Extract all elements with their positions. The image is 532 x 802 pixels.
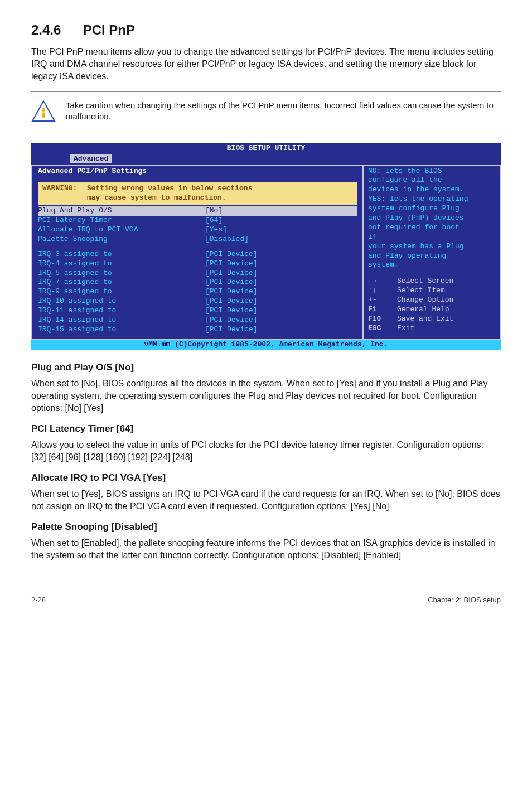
help-line: if (368, 233, 495, 242)
intro-paragraph: The PCI PnP menu items allow you to chan… (31, 46, 501, 83)
bios-row-label: Plug And Play O/S (38, 206, 205, 216)
legend-key: F10 (368, 315, 389, 324)
sub-paragraph: When set to [Enabled], the pallete snoop… (31, 537, 501, 562)
bios-left-panel: Advanced PCI/PnP Settings WARNING: Setti… (31, 166, 364, 339)
subheading: Palette Snooping [Disabled] (31, 521, 501, 533)
legend-key: F1 (368, 305, 389, 315)
subheading: Allocate IRQ to PCI VGA [Yes] (31, 472, 501, 484)
bios-key-legend: ←→Select Screen ↑↓Select Item +-Change O… (368, 277, 495, 333)
bios-footer: vMM.mm (C)Copyright 1985-2002, American … (31, 340, 501, 350)
bios-row-label: IRQ-11 assigned to (38, 306, 205, 316)
bios-row-value: [PCI Device] (205, 287, 357, 297)
bios-row-label: Allocate IRQ to PCI VGA (38, 225, 205, 235)
help-line: system. (368, 260, 495, 270)
bios-row-label: IRQ-7 assigned to (38, 278, 205, 287)
page-number: 2-28 (31, 596, 46, 604)
bios-title-text: BIOS SETUP UTILITY (227, 144, 305, 152)
bios-row-label: IRQ-15 assigned to (38, 325, 205, 335)
bios-help-text: NO: lets the BIOS configure all the devi… (368, 167, 495, 270)
svg-point-1 (42, 108, 45, 112)
bios-warning-line1: Setting wrong values in below sections (87, 184, 252, 194)
bios-right-panel: NO: lets the BIOS configure all the devi… (364, 166, 501, 339)
bios-screenshot: BIOS SETUP UTILITY Advanced Advanced PCI… (31, 143, 501, 350)
legend-label: General Help (397, 305, 449, 315)
bios-row-label: IRQ-4 assigned to (38, 259, 205, 269)
bios-row-value: [PCI Device] (205, 297, 357, 306)
section-title: PCI PnP (83, 22, 135, 37)
help-line: not required for boot (368, 223, 495, 233)
bios-warning-label: WARNING: (42, 184, 87, 194)
bios-titlebar: BIOS SETUP UTILITY (31, 143, 501, 154)
subheading: Plug and Play O/S [No] (31, 362, 501, 373)
legend-label: Save and Exit (397, 315, 453, 324)
caution-text: Take caution when changing the settings … (66, 100, 501, 123)
bios-tab-advanced: Advanced (70, 154, 112, 163)
caution-icon (31, 100, 56, 122)
legend-label: Change Option (397, 296, 453, 305)
section-number: 2.4.6 (31, 22, 79, 38)
bios-row-label: IRQ-9 assigned to (38, 287, 205, 297)
section-heading: 2.4.6 PCI PnP (31, 22, 501, 38)
bios-settings-group-b: IRQ-3 assigned to[PCI Device] IRQ-4 assi… (38, 250, 357, 335)
legend-key: +- (368, 296, 389, 305)
bios-row-label: IRQ-14 assigned to (38, 316, 205, 325)
legend-label: Select Item (397, 286, 445, 296)
bios-row-label: IRQ-10 assigned to (38, 297, 205, 306)
bios-row-value: [PCI Device] (205, 278, 357, 287)
bios-panel-heading: Advanced PCI/PnP Settings (38, 167, 357, 176)
bios-row-value: [PCI Device] (205, 269, 357, 278)
help-line: and Play (PnP) devices (368, 214, 495, 223)
help-line: devices in the system. (368, 185, 495, 195)
page-footer: 2-28 Chapter 2: BIOS setup (31, 593, 501, 604)
legend-key: ESC (368, 324, 389, 334)
bios-row-value: [64] (205, 216, 357, 225)
subheading: PCI Latency Timer [64] (31, 423, 501, 434)
help-line: and Play operating (368, 252, 495, 261)
divider (38, 178, 357, 178)
bios-row-value: [PCI Device] (205, 259, 357, 269)
bios-row-label: IRQ-3 assigned to (38, 250, 205, 259)
sub-paragraph: When set to [No], BIOS configures all th… (31, 378, 501, 414)
svg-rect-2 (42, 112, 45, 118)
legend-key: ←→ (368, 277, 389, 286)
legend-label: Select Screen (397, 277, 453, 286)
caution-callout: Take caution when changing the settings … (31, 91, 501, 131)
help-line: system configure Plug (368, 204, 495, 214)
chapter-label: Chapter 2: BIOS setup (428, 596, 501, 604)
legend-key: ↑↓ (368, 286, 389, 296)
bios-row-value: [PCI Device] (205, 306, 357, 316)
bios-row-value: [Disabled] (205, 235, 357, 244)
help-line: configure all the (368, 176, 495, 185)
bios-row-label: Palette Snooping (38, 235, 205, 244)
bios-row-label: IRQ-5 assigned to (38, 269, 205, 278)
legend-label: Exit (397, 324, 414, 334)
help-line: your system has a Plug (368, 242, 495, 252)
bios-row-value: [PCI Device] (205, 316, 357, 325)
bios-row-value: [PCI Device] (205, 325, 357, 335)
sub-paragraph: When set to [Yes], BIOS assigns an IRQ t… (31, 488, 501, 513)
bios-row-label: PCI Latency Timer (38, 216, 205, 225)
bios-row-value: [Yes] (205, 225, 357, 235)
sub-paragraph: Allows you to select the value in units … (31, 439, 501, 463)
help-line: NO: lets the BIOS (368, 167, 495, 176)
bios-row-value: [No] (205, 206, 357, 216)
bios-settings-group-a: Plug And Play O/S[No] PCI Latency Timer[… (38, 206, 357, 244)
bios-row-value: [PCI Device] (205, 250, 357, 259)
bios-warning-box: WARNING: Setting wrong values in below s… (38, 182, 357, 205)
bios-warning-line2: may cause system to malfunction. (87, 194, 226, 203)
help-line: YES: lets the operating (368, 195, 495, 204)
